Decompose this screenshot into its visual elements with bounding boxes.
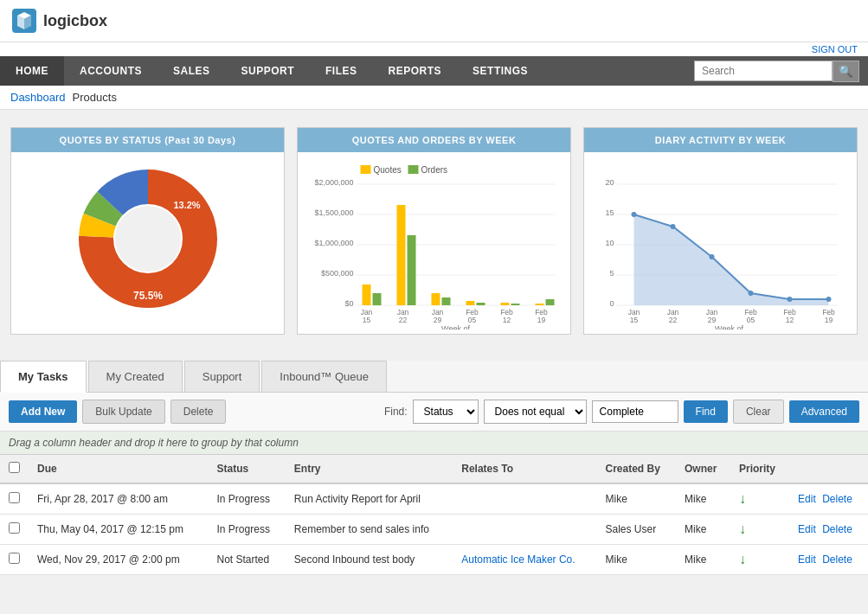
breadcrumb-products[interactable]: Products bbox=[73, 91, 117, 104]
add-new-button[interactable]: Add New bbox=[9, 400, 77, 423]
logo-icon bbox=[10, 7, 38, 35]
find-label: Find: bbox=[384, 406, 408, 418]
tab-my-created[interactable]: My Created bbox=[88, 361, 183, 392]
tab-support[interactable]: Support bbox=[184, 361, 260, 392]
bulk-update-button[interactable]: Bulk Update bbox=[82, 400, 164, 424]
row-delete-2[interactable]: Delete bbox=[822, 553, 852, 566]
sign-out-link[interactable]: SIGN OUT bbox=[812, 44, 858, 54]
svg-marker-57 bbox=[634, 214, 829, 305]
find-value-input[interactable] bbox=[592, 400, 678, 423]
search-button[interactable]: 🔍 bbox=[833, 61, 859, 82]
th-created-by[interactable]: Created By bbox=[596, 455, 676, 483]
find-condition-select[interactable]: Does not equal Equals Contains bbox=[484, 400, 587, 424]
delete-button[interactable]: Delete bbox=[170, 400, 227, 424]
svg-text:05: 05 bbox=[747, 316, 755, 324]
row-relates-0 bbox=[453, 483, 596, 515]
diary-activity-title: DIARY ACTIVITY BY WEEK bbox=[584, 128, 857, 152]
svg-point-59 bbox=[671, 224, 676, 229]
nav-accounts[interactable]: ACCOUNTS bbox=[64, 56, 158, 86]
sign-out-bar: SIGN OUT bbox=[0, 42, 868, 56]
row-checkbox-1[interactable] bbox=[9, 522, 20, 534]
row-entry-2: Second Inbound test body bbox=[286, 545, 453, 575]
svg-text:13.2%: 13.2% bbox=[173, 200, 200, 210]
th-entry[interactable]: Entry bbox=[286, 455, 453, 483]
svg-point-63 bbox=[826, 297, 832, 302]
th-status[interactable]: Status bbox=[209, 455, 286, 483]
svg-rect-26 bbox=[432, 293, 440, 305]
clear-button[interactable]: Clear bbox=[733, 400, 784, 424]
svg-text:12: 12 bbox=[786, 316, 794, 324]
svg-text:Week of: Week of bbox=[441, 324, 470, 329]
nav-files[interactable]: FILES bbox=[310, 56, 373, 86]
th-owner[interactable]: Owner bbox=[676, 455, 730, 483]
row-owner-1: Mike bbox=[676, 515, 730, 545]
nav: HOME ACCOUNTS SALES SUPPORT FILES REPORT… bbox=[0, 56, 868, 86]
row-delete-1[interactable]: Delete bbox=[822, 523, 852, 535]
row-delete-0[interactable]: Delete bbox=[822, 493, 852, 505]
table-row: Fri, Apr 28, 2017 @ 8:00 am In Progress … bbox=[0, 483, 868, 515]
row-relates-2[interactable]: Automatic Ice Maker Co. bbox=[453, 545, 596, 575]
svg-point-62 bbox=[788, 297, 793, 302]
svg-rect-22 bbox=[363, 285, 371, 305]
row-checkbox-0[interactable] bbox=[9, 492, 20, 503]
find-field-select[interactable]: Status Entry Due Owner Priority bbox=[413, 400, 479, 424]
row-checkbox-2[interactable] bbox=[9, 553, 20, 564]
nav-home[interactable]: HOME bbox=[0, 56, 64, 86]
row-relates-1 bbox=[453, 515, 596, 545]
edit-link-0[interactable]: Edit bbox=[798, 493, 816, 505]
svg-text:12: 12 bbox=[503, 316, 511, 324]
th-actions bbox=[789, 455, 868, 483]
select-all-checkbox[interactable] bbox=[9, 462, 20, 473]
edit-link-2[interactable]: Edit bbox=[798, 553, 816, 566]
row-status-1: In Progress bbox=[209, 515, 286, 545]
row-created-0: Mike bbox=[596, 483, 676, 515]
breadcrumb: Dashboard Products bbox=[0, 86, 868, 110]
svg-text:Week of: Week of bbox=[715, 324, 743, 329]
svg-text:15: 15 bbox=[363, 316, 371, 324]
edit-link-1[interactable]: Edit bbox=[798, 523, 816, 535]
svg-rect-28 bbox=[466, 301, 475, 305]
svg-rect-25 bbox=[408, 235, 416, 305]
relates-link-2[interactable]: Automatic Ice Maker Co. bbox=[461, 553, 575, 566]
row-priority-0: ↓ bbox=[730, 483, 789, 515]
th-relates-to[interactable]: Relates To bbox=[453, 455, 596, 483]
svg-text:29: 29 bbox=[434, 316, 442, 324]
svg-rect-29 bbox=[477, 303, 485, 305]
svg-point-60 bbox=[710, 254, 715, 259]
priority-icon-2: ↓ bbox=[739, 552, 746, 566]
th-due[interactable]: Due bbox=[29, 455, 209, 483]
tasks-area: My Tasks My Created Support Inbound™ Que… bbox=[0, 361, 868, 575]
svg-text:15: 15 bbox=[605, 208, 614, 217]
svg-point-58 bbox=[632, 212, 637, 217]
breadcrumb-dashboard[interactable]: Dashboard bbox=[10, 91, 66, 104]
row-status-0: In Progress bbox=[209, 483, 286, 515]
svg-text:0: 0 bbox=[609, 299, 614, 308]
svg-text:22: 22 bbox=[669, 316, 678, 324]
svg-text:75.5%: 75.5% bbox=[132, 290, 162, 302]
nav-reports[interactable]: REPORTS bbox=[373, 56, 458, 86]
th-priority[interactable]: Priority bbox=[730, 455, 789, 483]
priority-icon-1: ↓ bbox=[739, 521, 746, 536]
logo: logicbox bbox=[10, 7, 107, 35]
svg-text:$1,500,000: $1,500,000 bbox=[314, 208, 353, 217]
row-entry-1: Remember to send sales info bbox=[286, 515, 453, 545]
svg-text:20: 20 bbox=[605, 178, 614, 187]
svg-text:$2,000,000: $2,000,000 bbox=[314, 178, 353, 187]
nav-settings[interactable]: SETTINGS bbox=[457, 56, 543, 86]
tab-inbound-queue[interactable]: Inbound™ Queue bbox=[261, 361, 387, 392]
svg-text:$0: $0 bbox=[344, 299, 353, 308]
svg-rect-30 bbox=[501, 303, 510, 305]
nav-support[interactable]: SUPPORT bbox=[226, 56, 311, 86]
task-table: Due Status Entry Relates To Created By O… bbox=[0, 455, 868, 575]
advanced-button[interactable]: Advanced bbox=[789, 400, 859, 423]
find-button[interactable]: Find bbox=[684, 400, 728, 423]
nav-sales[interactable]: SALES bbox=[158, 56, 226, 86]
bar-chart-svg: Quotes Orders $0 $500,000 $1,000,000 $1,… bbox=[306, 161, 562, 329]
diary-activity-card: DIARY ACTIVITY BY WEEK 0 5 10 15 20 bbox=[583, 127, 858, 335]
row-priority-2: ↓ bbox=[730, 545, 789, 575]
svg-rect-23 bbox=[373, 293, 382, 305]
svg-point-5 bbox=[115, 206, 181, 272]
tab-my-tasks[interactable]: My Tasks bbox=[0, 361, 87, 393]
svg-text:Quotes: Quotes bbox=[374, 165, 402, 175]
search-input[interactable] bbox=[694, 61, 833, 81]
